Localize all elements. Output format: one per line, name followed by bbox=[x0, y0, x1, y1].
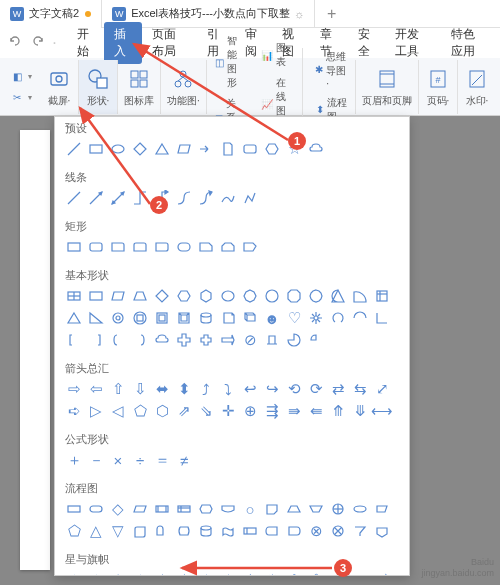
shape-item[interactable] bbox=[153, 522, 171, 540]
shape-item[interactable]: ✸ bbox=[241, 571, 259, 576]
shape-item[interactable]: ⇧ bbox=[109, 380, 127, 398]
pagenumber-icon[interactable]: # bbox=[425, 66, 451, 92]
shape-item[interactable] bbox=[109, 309, 127, 327]
shape-item[interactable] bbox=[175, 331, 193, 349]
shape-item[interactable] bbox=[65, 331, 83, 349]
shape-item[interactable] bbox=[373, 522, 391, 540]
shape-item[interactable] bbox=[241, 189, 259, 207]
shape-item[interactable]: ⇄ bbox=[329, 380, 347, 398]
iconlib-icon[interactable] bbox=[126, 66, 152, 92]
shape-item[interactable]: ⇦ bbox=[87, 380, 105, 398]
shape-item[interactable]: ⇨ bbox=[65, 380, 83, 398]
shape-item[interactable]: ✧ bbox=[87, 571, 105, 576]
shape-item[interactable]: ⬌ bbox=[153, 380, 171, 398]
shapes-icon[interactable] bbox=[85, 66, 111, 92]
shape-item[interactable] bbox=[285, 287, 303, 305]
shape-item[interactable]: ◁ bbox=[109, 402, 127, 420]
shape-item[interactable] bbox=[131, 522, 149, 540]
shape-item[interactable] bbox=[351, 571, 369, 576]
shape-item[interactable]: ⇩ bbox=[131, 380, 149, 398]
shape-item[interactable]: ⤋ bbox=[351, 402, 369, 420]
shape-item[interactable]: ⇛ bbox=[285, 402, 303, 420]
shape-item[interactable]: ⬠ bbox=[65, 522, 83, 540]
shape-item[interactable] bbox=[351, 522, 369, 540]
shape-item[interactable]: ✹ bbox=[263, 571, 281, 576]
shape-polygon[interactable] bbox=[131, 140, 149, 158]
shape-item[interactable]: ✦ bbox=[65, 571, 83, 576]
shape-item[interactable]: ⤢ bbox=[373, 380, 391, 398]
shape-item[interactable] bbox=[153, 287, 171, 305]
shape-item[interactable]: ✶ bbox=[197, 571, 215, 576]
shape-item[interactable] bbox=[329, 287, 347, 305]
mindmap-button[interactable]: ✱思维导图· bbox=[311, 48, 351, 91]
shape-item[interactable] bbox=[175, 309, 193, 327]
shape-arrow-r[interactable] bbox=[197, 140, 215, 158]
shape-item[interactable] bbox=[219, 500, 237, 518]
shape-item[interactable]: ○ bbox=[241, 500, 259, 518]
shape-item[interactable]: ⟳ bbox=[307, 380, 325, 398]
headerfooter-icon[interactable] bbox=[374, 66, 400, 92]
shape-item[interactable]: ⇆ bbox=[351, 380, 369, 398]
shape-item[interactable] bbox=[153, 309, 171, 327]
shape-item[interactable]: ↪ bbox=[263, 380, 281, 398]
shape-item[interactable]: ✩ bbox=[109, 571, 127, 576]
shape-item[interactable]: ÷ bbox=[131, 451, 149, 469]
shape-item[interactable] bbox=[65, 238, 83, 256]
shape-item[interactable] bbox=[109, 287, 127, 305]
shape-item[interactable] bbox=[109, 331, 127, 349]
shape-item[interactable] bbox=[131, 238, 149, 256]
shape-item[interactable] bbox=[263, 522, 281, 540]
shape-oval[interactable] bbox=[109, 140, 127, 158]
shape-item[interactable]: ♡ bbox=[285, 309, 303, 327]
shape-item[interactable] bbox=[241, 287, 259, 305]
shape-item[interactable] bbox=[197, 189, 215, 207]
shape-item[interactable] bbox=[219, 309, 237, 327]
shape-item[interactable] bbox=[373, 571, 391, 576]
shape-item[interactable] bbox=[307, 500, 325, 518]
shape-item[interactable]: ⬍ bbox=[175, 380, 193, 398]
shape-item[interactable]: ＋ bbox=[65, 451, 83, 469]
shape-item[interactable]: ⟷ bbox=[373, 402, 391, 420]
menu-devtools[interactable]: 开发工具 bbox=[385, 22, 440, 64]
shape-item[interactable]: － bbox=[87, 451, 105, 469]
shape-item[interactable]: △ bbox=[87, 522, 105, 540]
shape-item[interactable] bbox=[263, 331, 281, 349]
shape-item[interactable] bbox=[87, 189, 105, 207]
shape-item[interactable] bbox=[175, 522, 193, 540]
shape-item[interactable] bbox=[219, 287, 237, 305]
shape-item[interactable]: ✵ bbox=[175, 571, 193, 576]
shape-item[interactable] bbox=[373, 287, 391, 305]
shape-item[interactable] bbox=[307, 287, 325, 305]
shape-item[interactable] bbox=[329, 309, 347, 327]
shape-item[interactable] bbox=[175, 189, 193, 207]
shape-item[interactable] bbox=[351, 309, 369, 327]
shape-item[interactable]: ✷ bbox=[219, 571, 237, 576]
shape-item[interactable] bbox=[175, 287, 193, 305]
shape-item[interactable]: ⟲ bbox=[285, 380, 303, 398]
shape-roundrect[interactable] bbox=[241, 140, 259, 158]
smartart-icon[interactable] bbox=[170, 66, 196, 92]
shape-item[interactable] bbox=[197, 500, 215, 518]
shape-parallelogram[interactable] bbox=[175, 140, 193, 158]
menu-start[interactable]: 开始 bbox=[67, 22, 105, 64]
shape-item[interactable] bbox=[87, 238, 105, 256]
shape-item[interactable] bbox=[175, 238, 193, 256]
shape-item[interactable] bbox=[131, 309, 149, 327]
shape-item[interactable]: ☻ bbox=[263, 309, 281, 327]
shape-item[interactable] bbox=[285, 500, 303, 518]
redo-icon[interactable] bbox=[31, 34, 46, 52]
shape-doc[interactable] bbox=[219, 140, 237, 158]
shape-item[interactable] bbox=[219, 189, 237, 207]
shape-item[interactable] bbox=[153, 331, 171, 349]
shape-item[interactable] bbox=[87, 500, 105, 518]
shape-item[interactable]: ⇚ bbox=[307, 402, 325, 420]
shape-item[interactable] bbox=[307, 331, 325, 349]
smartgraphics-button[interactable]: ◫智能图形 bbox=[211, 32, 249, 92]
shape-item[interactable] bbox=[219, 522, 237, 540]
shape-item[interactable] bbox=[175, 500, 193, 518]
menu-layout[interactable]: 页面布局 bbox=[142, 22, 197, 64]
shape-item[interactable]: ➪ bbox=[65, 402, 83, 420]
undo-icon[interactable] bbox=[8, 34, 23, 52]
shape-line[interactable] bbox=[65, 140, 83, 158]
shape-item[interactable] bbox=[153, 500, 171, 518]
